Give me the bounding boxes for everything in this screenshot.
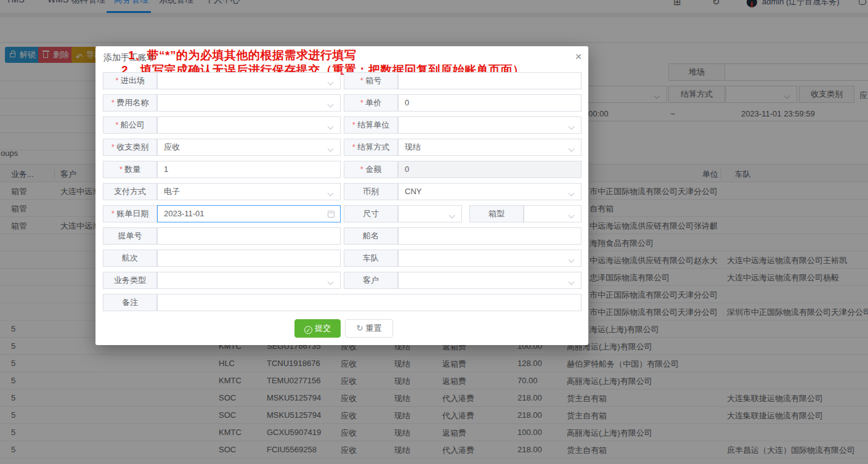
field-label: 船名 — [344, 227, 398, 245]
chevron-down-icon — [449, 213, 455, 219]
calendar-icon — [328, 211, 335, 218]
chevron-down-icon — [328, 102, 334, 108]
field-label: 单价 — [344, 94, 398, 112]
field-label: 船公司 — [103, 116, 157, 134]
reset-button[interactable]: ↻重置 — [345, 319, 393, 338]
field-label: 金额 — [344, 161, 398, 178]
field-select[interactable] — [157, 272, 341, 289]
field-label: 提单号 — [103, 227, 157, 245]
field-label: 收支类别 — [103, 139, 157, 156]
field-input[interactable] — [157, 250, 341, 267]
submit-button[interactable]: ✓提交 — [294, 319, 341, 338]
field-label: 结算单位 — [344, 116, 398, 134]
chevron-down-icon — [569, 213, 575, 219]
field-label: 费用名称 — [103, 94, 157, 112]
field-label: 车队 — [344, 250, 398, 267]
field-label: 业务类型 — [103, 272, 157, 289]
field-select[interactable] — [398, 272, 582, 289]
field-label: 支付方式 — [103, 183, 157, 200]
field-select[interactable] — [157, 72, 341, 89]
field-select[interactable] — [524, 205, 582, 222]
annotation-line-1: 1、带“*”的为必填其他的根据需求进行填写 — [128, 47, 356, 63]
field-input[interactable]: 0 — [398, 161, 582, 178]
chevron-down-icon — [569, 257, 575, 263]
chevron-down-icon — [569, 279, 575, 285]
chevron-down-icon — [569, 190, 575, 197]
field-select[interactable] — [398, 116, 582, 134]
field-select[interactable] — [157, 116, 341, 134]
chevron-down-icon — [569, 124, 575, 130]
field-select[interactable] — [398, 205, 462, 222]
chevron-down-icon — [328, 190, 334, 197]
field-label: 箱型 — [469, 205, 524, 222]
field-input[interactable] — [398, 72, 582, 89]
add-manual-bill-dialog: 添加手工账单 × 1、带“*”的为必填其他的根据需求进行填写 2、填写完成确认无… — [95, 46, 588, 345]
check-circle-icon: ✓ — [304, 326, 312, 334]
field-input[interactable]: 1 — [157, 161, 341, 178]
field-label: 箱号 — [344, 72, 398, 89]
chevron-down-icon — [328, 279, 334, 285]
field-select[interactable] — [157, 94, 341, 112]
field-select[interactable] — [398, 250, 582, 267]
app-screen: TMSWMS物料管理商务管理系统管理个人中心 ⊞ ↻ admin (辽宁百晟车务… — [0, 0, 868, 464]
field-label: 客户 — [344, 272, 398, 289]
field-label: 币别 — [344, 183, 398, 200]
field-label: 尺寸 — [344, 205, 398, 222]
field-label: 进出场 — [103, 72, 157, 89]
field-label: 航次 — [103, 250, 157, 267]
field-select[interactable]: 应收 — [157, 139, 341, 156]
field-input[interactable] — [157, 294, 582, 311]
chevron-down-icon — [328, 146, 334, 152]
field-input[interactable] — [157, 227, 341, 245]
field-select[interactable]: 电子 — [157, 183, 341, 200]
reset-circle-icon: ↻ — [357, 320, 363, 337]
field-select[interactable]: 现结 — [398, 139, 582, 156]
chevron-down-icon — [569, 146, 575, 152]
field-label: 数量 — [103, 161, 157, 178]
field-label: 账单日期 — [103, 205, 157, 222]
close-icon[interactable]: × — [571, 49, 586, 64]
field-input[interactable]: 0 — [398, 94, 582, 112]
chevron-down-icon — [328, 79, 334, 86]
field-input[interactable] — [398, 227, 582, 245]
field-label: 结算方式 — [344, 139, 398, 156]
field-date[interactable]: 2023-11-01 — [157, 205, 341, 222]
field-label: 备注 — [103, 294, 157, 311]
field-select[interactable]: CNY — [398, 183, 582, 200]
chevron-down-icon — [328, 124, 334, 130]
